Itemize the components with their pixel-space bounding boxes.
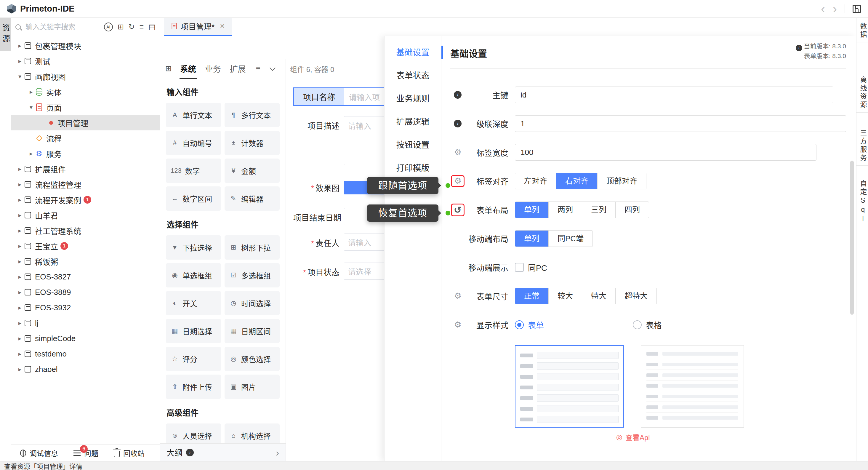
tree-item-testdemo[interactable]: ▸testdemo xyxy=(11,346,160,361)
expand-arrow-icon[interactable]: ▸ xyxy=(16,181,24,188)
expand-arrow-icon[interactable]: ▸ xyxy=(16,258,24,265)
preview-card-table[interactable] xyxy=(641,345,744,428)
expand-arrow-icon[interactable]: ▸ xyxy=(16,350,24,357)
expand-arrow-icon[interactable]: ▸ xyxy=(16,242,24,249)
style-radio-form[interactable]: 表单 xyxy=(515,319,544,331)
label-width-input[interactable] xyxy=(515,144,816,160)
component-单行文本[interactable]: A单行文本 xyxy=(166,103,221,127)
component-颜色选择[interactable]: ◎颜色选择 xyxy=(224,347,280,371)
tree-item-页面[interactable]: ▾页面 xyxy=(11,99,160,115)
component-多行文本[interactable]: ¶多行文本 xyxy=(224,103,280,127)
component-日期选择[interactable]: ▦日期选择 xyxy=(166,319,221,343)
component-图片[interactable]: ▣图片 xyxy=(224,375,280,399)
expand-arrow-icon[interactable]: ▸ xyxy=(16,165,24,173)
component-开关[interactable]: ◐开关 xyxy=(166,291,221,315)
expand-arrow-icon[interactable]: ▸ xyxy=(16,196,24,203)
tree-item-流程开发案例[interactable]: ▸流程开发案例1 xyxy=(11,192,160,207)
cascade-depth-input[interactable] xyxy=(515,115,846,132)
component-单选框组[interactable]: ◉单选框组 xyxy=(166,263,221,288)
expand-arrow-icon[interactable]: ▸ xyxy=(16,273,24,280)
right-rail-tab-三方服务[interactable]: 三方服务 xyxy=(857,126,868,166)
style-radio-table[interactable]: 表格 xyxy=(633,319,662,331)
tree-item-流程监控管理[interactable]: ▸流程监控管理 xyxy=(11,177,160,192)
tree-item-稀饭粥[interactable]: ▸稀饭粥 xyxy=(11,254,160,269)
tree-item-山羊君[interactable]: ▸山羊君 xyxy=(11,207,160,223)
component-评分[interactable]: ☆评分 xyxy=(166,347,221,371)
tree-item-包裹管理模块[interactable]: ▸包裹管理模块 xyxy=(11,38,160,53)
right-rail-tab-数据[interactable]: 数据 xyxy=(857,20,868,42)
collapse-arrow-icon[interactable]: ▾ xyxy=(16,73,24,80)
palette-tab-系统[interactable]: 系统 xyxy=(180,63,197,75)
component-树形下拉[interactable]: ⊞树形下拉 xyxy=(224,235,280,260)
tree-item-测试[interactable]: ▸测试 xyxy=(11,53,160,69)
right-rail-tab-自定Sql[interactable]: 自定Sql xyxy=(857,177,868,227)
segment-同PC端[interactable]: 同PC端 xyxy=(548,231,592,246)
tree-item-服务[interactable]: ▸⚙服务 xyxy=(11,146,160,161)
outline-bar[interactable]: 大纲 i › xyxy=(160,443,286,461)
tree-item-王宝立[interactable]: ▸王宝立1 xyxy=(11,238,160,254)
segment-右对齐[interactable]: 右对齐 xyxy=(556,173,597,189)
rail-tab-resources[interactable]: 资源 xyxy=(0,18,11,51)
segment-单列[interactable]: 单列 xyxy=(515,231,548,246)
component-编辑器[interactable]: ✎编辑器 xyxy=(224,186,280,211)
props-menu-按钮设置[interactable]: 按钮设置 xyxy=(384,133,441,156)
package-view-icon[interactable]: ⊞ xyxy=(118,23,124,31)
props-menu-业务规则[interactable]: 业务规则 xyxy=(384,87,441,110)
segment-特大[interactable]: 特大 xyxy=(582,288,615,304)
right-rail-tab-离线资源[interactable]: 离线资源 xyxy=(857,73,868,113)
expand-arrow-icon[interactable]: ▸ xyxy=(16,366,24,373)
primary-key-input[interactable] xyxy=(515,87,833,103)
segment-三列[interactable]: 三列 xyxy=(582,202,615,218)
collapse-arrow-icon[interactable]: ▾ xyxy=(27,104,36,111)
tree-item-扩展组件[interactable]: ▸扩展组件 xyxy=(11,161,160,177)
gear-icon[interactable]: ⚙ xyxy=(454,177,461,185)
close-tab-icon[interactable]: × xyxy=(220,21,224,31)
nav-forward-icon[interactable]: › xyxy=(833,3,837,15)
component-机构选择[interactable]: ⌂机构选择 xyxy=(224,423,280,443)
segment-正常[interactable]: 正常 xyxy=(515,288,548,304)
recycle-bin-button[interactable]: 回收站 xyxy=(114,448,145,458)
segment-较大[interactable]: 较大 xyxy=(548,288,582,304)
panel-scrollbar[interactable] xyxy=(850,160,854,315)
component-下拉选择[interactable]: ▼下拉选择 xyxy=(166,235,221,260)
expand-arrow-icon[interactable]: ▸ xyxy=(16,289,24,296)
refresh-icon[interactable]: ↻ xyxy=(129,23,135,31)
segment-四列[interactable]: 四列 xyxy=(615,202,649,218)
props-menu-扩展逻辑[interactable]: 扩展逻辑 xyxy=(384,110,441,133)
component-多选框组[interactable]: ☑多选框组 xyxy=(224,263,280,288)
expand-arrow-icon[interactable]: ▸ xyxy=(16,319,24,327)
expand-arrow-icon[interactable]: ▸ xyxy=(16,304,24,311)
tree-item-EOS-3932[interactable]: ▸EOS-3932 xyxy=(11,300,160,315)
save-icon[interactable] xyxy=(852,5,861,13)
export-doc-icon[interactable]: ▤ xyxy=(148,23,156,31)
palette-tab-扩展[interactable]: 扩展 xyxy=(229,63,246,75)
editor-tab-project-management[interactable]: 项目管理* × xyxy=(164,18,232,36)
tree-item-项目管理[interactable]: 项目管理 xyxy=(11,115,160,130)
tree-item-simpleCode[interactable]: ▸simpleCode xyxy=(11,331,160,346)
ai-assistant-icon[interactable]: AI xyxy=(104,23,113,31)
component-数字区间[interactable]: ↔数字区间 xyxy=(166,186,221,211)
component-数字[interactable]: 123数字 xyxy=(166,158,221,183)
view-api-link[interactable]: ◎ 查看Api xyxy=(616,432,650,442)
expand-arrow-icon[interactable]: ▸ xyxy=(16,227,24,234)
expand-arrow-icon[interactable]: ▸ xyxy=(16,335,24,342)
chevron-right-icon[interactable]: › xyxy=(276,447,279,458)
props-menu-基础设置[interactable]: 基础设置 xyxy=(384,40,441,63)
expand-arrow-icon[interactable]: ▸ xyxy=(16,42,24,49)
component-日期区间[interactable]: ▦日期区间 xyxy=(224,319,280,343)
component-人员选择[interactable]: ☺人员选择 xyxy=(166,423,221,443)
tree-item-EOS-3827[interactable]: ▸EOS-3827 xyxy=(11,269,160,285)
sort-list-icon[interactable]: ≡ xyxy=(140,23,144,31)
nav-back-icon[interactable]: ‹ xyxy=(821,3,825,15)
segment-超特大[interactable]: 超特大 xyxy=(615,288,656,304)
props-menu-打印模版[interactable]: 打印模版 xyxy=(384,156,441,179)
tree-item-社工管理系统[interactable]: ▸社工管理系统 xyxy=(11,223,160,238)
props-menu-表单状态[interactable]: 表单状态 xyxy=(384,63,441,87)
search-input[interactable] xyxy=(26,23,99,31)
collapse-chevron-icon[interactable] xyxy=(270,65,276,71)
undo-icon[interactable]: ↺ xyxy=(454,205,462,214)
palette-tab-业务[interactable]: 业务 xyxy=(205,63,222,75)
segment-左对齐[interactable]: 左对齐 xyxy=(515,173,556,189)
expand-arrow-icon[interactable]: ▸ xyxy=(27,88,36,95)
component-金额[interactable]: ¥金额 xyxy=(224,158,280,183)
